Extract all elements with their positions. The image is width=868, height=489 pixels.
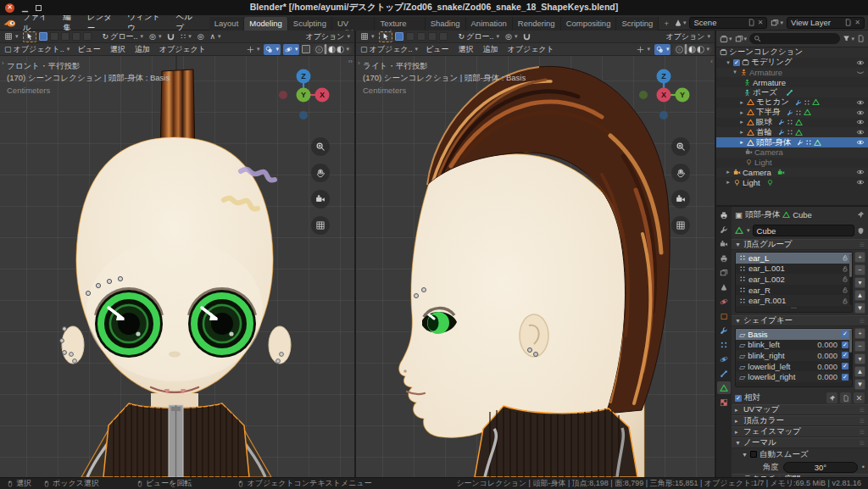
tab-world[interactable] <box>717 295 731 308</box>
add-menu[interactable]: 追加 <box>480 44 502 55</box>
add-shape-key-button[interactable]: + <box>854 328 865 339</box>
modifier-icon[interactable] <box>778 119 785 125</box>
fake-user-shield-icon[interactable] <box>857 227 865 235</box>
scene-icon[interactable]: ▾ <box>674 19 687 27</box>
window-minimize-button[interactable]: ▁ <box>22 4 28 12</box>
outliner-row-head-body[interactable]: ▸ 頭部-身体 <box>716 137 868 147</box>
eye-icon[interactable] <box>856 178 865 186</box>
select-mode-invert-button[interactable] <box>428 32 437 41</box>
proportional-edit-button[interactable]: ◎ <box>196 31 206 42</box>
move-up-button[interactable]: ▲ <box>854 366 865 377</box>
breadcrumb-data[interactable]: Cube <box>793 210 812 219</box>
shading-solid-active[interactable] <box>324 44 327 54</box>
move-view-button[interactable] <box>311 164 330 182</box>
uv-maps-panel-header[interactable]: ▸UVマップ☰ <box>732 404 868 415</box>
view-layer-icon[interactable]: ▾ <box>771 19 783 27</box>
editor-type-button[interactable]: ▾ <box>3 31 20 42</box>
select-mode-extend-button[interactable] <box>50 32 58 41</box>
relative-checkbox[interactable]: ✓ <box>735 395 742 402</box>
face-maps-panel-header[interactable]: ▸フェイスマップ☰ <box>732 426 868 437</box>
shape-key-item[interactable]: ▱ blink_right 0.000 ✓ <box>736 350 852 361</box>
viewport-front[interactable]: ▾ ↻グロー..▾ ◎▾ ∷▾ ◎ ∧▾ オプション▾ ▢オブジェクト..▾ ビ… <box>0 31 354 477</box>
edit-mode-shape-key-icon[interactable] <box>840 392 851 403</box>
perspective-toggle-button[interactable] <box>311 216 330 235</box>
add-menu[interactable]: 追加 <box>131 44 153 55</box>
toggle-xray-button[interactable] <box>302 45 310 53</box>
outliner-row-mohawk[interactable]: ▸ モヒカン <box>716 97 868 108</box>
tab-uv-editing[interactable]: UV Editing <box>332 17 375 31</box>
select-menu[interactable]: 選択 <box>107 44 129 55</box>
zoom-button[interactable] <box>311 137 330 156</box>
eye-icon[interactable] <box>856 138 865 147</box>
mesh-name-input[interactable]: Cube <box>753 225 854 236</box>
shape-key-mute-checkbox[interactable]: ✓ <box>842 352 849 358</box>
window-close-button[interactable]: ✕ <box>5 3 14 13</box>
lock-icon[interactable] <box>842 275 849 282</box>
shape-key-specials-button[interactable]: ▾ <box>854 353 865 364</box>
tab-compositing[interactable]: Compositing <box>561 17 617 31</box>
tab-material[interactable] <box>717 396 731 408</box>
snap-toggle-button[interactable] <box>165 31 176 42</box>
camera-view-button[interactable] <box>671 190 690 208</box>
tab-object-data[interactable] <box>717 381 731 394</box>
expander-icon[interactable]: ▸ <box>738 119 745 125</box>
auto-smooth-checkbox[interactable] <box>750 451 757 458</box>
outliner-row-scene-collection[interactable]: シーンコレクション <box>716 47 868 58</box>
toolbar-expand-arrow[interactable]: › <box>2 59 4 67</box>
new-collection-icon[interactable] <box>857 35 865 42</box>
tab-layout[interactable]: Layout <box>209 17 245 31</box>
snap-settings-dropdown[interactable]: ∷▾ <box>179 31 192 42</box>
select-mode-new-button[interactable] <box>39 32 47 41</box>
outliner-row-lower-body[interactable]: ▸ 下半身 <box>716 108 868 118</box>
add-workspace-button[interactable]: + <box>659 17 674 31</box>
show-only-shape-key-icon[interactable] <box>826 392 837 403</box>
filter-icon[interactable]: ▾ <box>843 35 854 42</box>
properties-editor-type-dropdown[interactable] <box>717 208 731 221</box>
tab-shading[interactable]: Shading <box>426 17 466 31</box>
outliner-search-input[interactable] <box>749 33 840 44</box>
eye-icon[interactable] <box>856 118 865 126</box>
animate-property-dot[interactable]: • <box>862 463 865 471</box>
remove-shape-key-button[interactable]: − <box>854 341 865 352</box>
angle-slider[interactable]: 30° <box>783 462 858 473</box>
shading-solid-active[interactable] <box>684 44 687 54</box>
show-gizmo-dropdown[interactable]: ▾ <box>635 44 652 55</box>
collection-checkbox[interactable]: ✓ <box>733 59 740 66</box>
expander-icon[interactable]: ▸ <box>738 109 745 116</box>
shading-wireframe-button[interactable] <box>676 46 683 53</box>
eye-icon[interactable] <box>856 108 865 117</box>
tab-scene[interactable] <box>717 281 731 293</box>
transform-orientation-dropdown[interactable]: ↻グロー..▾ <box>457 31 502 42</box>
sidebar-expand-arrow[interactable]: ‹› <box>348 58 353 65</box>
outliner-display-mode-dropdown[interactable]: ▾ <box>720 35 732 43</box>
lock-icon[interactable] <box>842 286 849 293</box>
pin-icon[interactable] <box>857 211 865 219</box>
vertex-groups-panel-header[interactable]: ▼頂点グループ☰ <box>732 239 868 250</box>
toolbar-expand-arrow[interactable]: › <box>358 59 360 67</box>
object-menu[interactable]: オブジェクト <box>156 44 209 55</box>
list-resize-grip[interactable]: ••• <box>736 306 852 310</box>
zoom-button[interactable] <box>671 137 690 156</box>
viewport-front-canvas[interactable]: フロント・平行投影 (170) シーンコレクション | 頭部-身体 : Basi… <box>0 56 354 477</box>
tab-rendering[interactable]: Rendering <box>513 17 561 31</box>
new-scene-icon[interactable] <box>748 19 755 26</box>
modifier-icon[interactable] <box>795 99 802 106</box>
shading-dropdown[interactable]: ▾ <box>346 46 349 53</box>
expander-icon[interactable]: ▸ <box>738 129 745 136</box>
vertex-colors-panel-header[interactable]: ▸頂点カラー☰ <box>732 415 868 426</box>
snap-toggle-button[interactable] <box>521 31 532 42</box>
eye-icon[interactable] <box>856 98 865 107</box>
tab-output[interactable] <box>717 252 731 264</box>
tab-particles[interactable] <box>717 338 731 351</box>
shading-material-button[interactable] <box>688 46 696 53</box>
move-down-button[interactable]: ▼ <box>854 303 865 314</box>
select-mode-extend-button[interactable] <box>406 32 415 41</box>
select-mode-invert-button[interactable] <box>72 32 81 41</box>
select-mode-subtract-button[interactable] <box>61 32 70 41</box>
texture-space-panel-header[interactable]: ▸テクスチャ空間☰ <box>732 474 868 477</box>
shape-key-item[interactable]: ▱ lowerlid_left 0.000 ✓ <box>736 361 852 372</box>
modifier-icon[interactable] <box>778 129 785 136</box>
window-maximize-button[interactable] <box>36 5 42 11</box>
options-dropdown[interactable]: オプション▾ <box>664 31 712 42</box>
expander-icon[interactable]: ▾ <box>732 69 738 75</box>
